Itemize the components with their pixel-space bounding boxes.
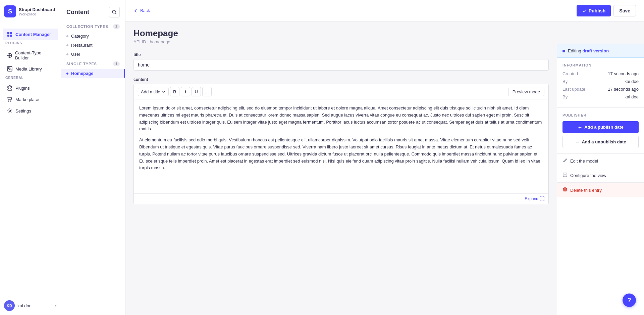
delete-entry-label: Delete this entry xyxy=(570,188,602,193)
sidebar-item-label: Media Library xyxy=(15,66,42,72)
delete-entry-link[interactable]: Delete this entry xyxy=(557,183,644,197)
add-publish-date-button[interactable]: Add a publish date xyxy=(562,121,639,133)
nav-item-label: User xyxy=(71,52,80,57)
svg-rect-0 xyxy=(7,32,9,34)
bold-button[interactable]: B xyxy=(170,87,179,96)
action-buttons: Publish Save xyxy=(577,5,636,16)
configure-view-label: Configure the view xyxy=(570,173,606,178)
svg-line-11 xyxy=(115,13,116,14)
draft-text: Editing draft version xyxy=(568,48,609,53)
svg-point-7 xyxy=(8,101,9,101)
nav-item-category[interactable]: Category xyxy=(61,32,125,41)
heading-placeholder: Add a title xyxy=(141,89,160,94)
sidebar-footer: KD kai doe ‹ xyxy=(0,296,61,315)
publish-label: Publish xyxy=(589,8,606,13)
rich-text-content[interactable]: Lorem ipsum dolor sit amet, consectetur … xyxy=(134,99,548,193)
add-publish-date-label: Add a publish date xyxy=(584,125,623,130)
plugins-icon xyxy=(7,85,13,91)
sidebar-item-label: Content-Type Builder xyxy=(15,50,54,60)
collection-types-count: 3 xyxy=(113,24,120,29)
save-button[interactable]: Save xyxy=(613,5,636,16)
add-unpublish-date-button[interactable]: Add a unpublish date xyxy=(562,136,639,148)
title-input[interactable] xyxy=(133,59,549,71)
more-button[interactable]: ... xyxy=(202,87,212,96)
nav-item-label: Restaurant xyxy=(71,43,93,48)
collection-types-label: COLLECTION TYPES xyxy=(66,25,108,29)
publish-button[interactable]: Publish xyxy=(577,5,611,16)
main-area: Back Publish Save Homepage API ID : home… xyxy=(125,0,644,315)
sidebar-item-plugins[interactable]: Plugins xyxy=(3,82,58,94)
title-field-group: title xyxy=(133,52,549,71)
sidebar-logo: S Strapi Dashboard Workplace xyxy=(0,0,61,23)
collection-types-section: COLLECTION TYPES 3 Category Restaurant U… xyxy=(61,21,125,59)
svg-rect-2 xyxy=(7,35,9,37)
general-section-label: GENERAL xyxy=(3,76,58,82)
last-update-label: Last update xyxy=(562,87,585,92)
svg-rect-3 xyxy=(10,35,12,37)
content-panel-header: Content xyxy=(61,0,125,21)
sidebar-item-settings[interactable]: Settings xyxy=(3,105,58,117)
single-types-label-row: SINGLE TYPES 1 xyxy=(61,59,125,69)
content-main: title content Add a title B xyxy=(125,44,644,315)
content-panel-title: Content xyxy=(66,9,89,16)
edit-model-link[interactable]: Edit the model xyxy=(557,154,644,168)
top-bar: Back Publish Save xyxy=(125,0,644,21)
created-value: 17 seconds ago xyxy=(608,71,639,76)
help-button[interactable]: ? xyxy=(623,294,636,307)
preview-mode-label: Preview mode xyxy=(513,89,540,94)
collapse-sidebar-button[interactable]: ‹ xyxy=(55,303,57,309)
sidebar-item-content-type-builder[interactable]: Content-Type Builder xyxy=(3,48,58,63)
last-update-row: Last update 17 seconds ago xyxy=(562,87,639,92)
app-logo-icon: S xyxy=(4,5,16,17)
content-panel: Content COLLECTION TYPES 3 Category Rest… xyxy=(61,0,125,315)
italic-label: I xyxy=(185,89,186,94)
api-id: API ID : homepage xyxy=(133,39,636,44)
last-update-by-label: By xyxy=(562,94,568,99)
app-logo-text: Strapi Dashboard Workplace xyxy=(19,7,55,16)
plugins-label-section: PLUGINS Content-Type Builder Media Libra… xyxy=(0,41,61,76)
by-value: kai doe xyxy=(625,79,639,84)
sidebar-item-marketplace[interactable]: Marketplace xyxy=(3,94,58,105)
created-row: Created 17 seconds ago xyxy=(562,71,639,76)
preview-mode-button[interactable]: Preview mode xyxy=(508,88,544,96)
collection-types-label-row: COLLECTION TYPES 3 xyxy=(61,21,125,32)
search-button[interactable] xyxy=(109,7,120,17)
single-types-section: SINGLE TYPES 1 Homepage xyxy=(61,59,125,78)
marketplace-icon xyxy=(7,96,13,102)
save-label: Save xyxy=(619,8,630,13)
information-section: INFORMATION Created 17 seconds ago By ka… xyxy=(557,58,644,108)
nav-dot-icon xyxy=(66,35,68,37)
configure-view-link[interactable]: Configure the view xyxy=(557,168,644,183)
svg-point-9 xyxy=(9,110,11,112)
last-update-value: 17 seconds ago xyxy=(608,87,639,92)
nav-item-user[interactable]: User xyxy=(61,50,125,59)
configure-view-icon xyxy=(562,172,568,178)
add-unpublish-date-label: Add a unpublish date xyxy=(582,139,626,144)
rich-text-editor: Add a title B I U ... xyxy=(133,84,549,204)
sidebar-item-label: Settings xyxy=(15,108,31,114)
nav-item-restaurant[interactable]: Restaurant xyxy=(61,41,125,50)
nav-item-label: Category xyxy=(71,34,89,39)
by-label: By xyxy=(562,79,568,84)
svg-point-8 xyxy=(10,101,11,101)
nav-item-homepage[interactable]: Homepage xyxy=(61,69,125,78)
sidebar-item-media-library[interactable]: Media Library xyxy=(3,63,58,75)
svg-point-10 xyxy=(112,10,115,13)
svg-rect-1 xyxy=(10,32,12,34)
plugins-section: Content Manager xyxy=(0,23,61,41)
more-label: ... xyxy=(205,89,209,94)
publisher-label: PUBLISHER xyxy=(562,113,639,117)
back-button[interactable]: Back xyxy=(133,8,150,13)
expand-label: Expand xyxy=(525,196,538,201)
italic-button[interactable]: I xyxy=(181,87,190,96)
expand-button[interactable]: Expand xyxy=(525,196,544,201)
nav-dot-icon xyxy=(66,73,68,75)
single-types-label: SINGLE TYPES xyxy=(66,62,97,66)
sidebar-item-content-manager[interactable]: Content Manager xyxy=(3,29,58,40)
underline-button[interactable]: U xyxy=(192,87,201,96)
edit-model-icon xyxy=(562,158,568,164)
last-update-by-value: kai doe xyxy=(625,94,639,99)
sidebar-item-label: Plugins xyxy=(15,86,30,91)
heading-select[interactable]: Add a title xyxy=(138,88,169,96)
content-manager-icon xyxy=(7,31,13,37)
